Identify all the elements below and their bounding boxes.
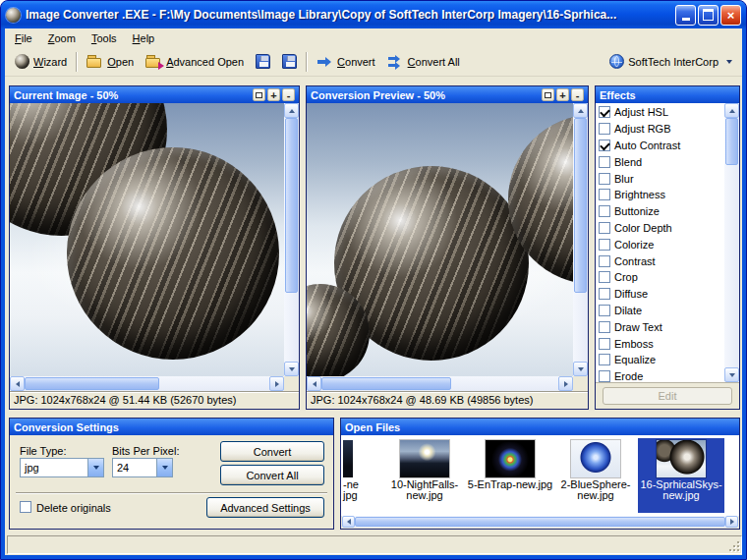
effect-item[interactable]: Brightness — [596, 187, 724, 203]
open-files-scrollbar[interactable] — [342, 516, 738, 528]
effect-checkbox[interactable] — [599, 354, 610, 365]
advanced-open-button[interactable]: Advanced Open — [140, 50, 250, 74]
scroll-right-button[interactable] — [558, 376, 573, 391]
effect-checkbox[interactable] — [599, 338, 610, 350]
effect-checkbox[interactable] — [599, 305, 610, 316]
vertical-scrollbar[interactable] — [284, 103, 299, 376]
scroll-right-button[interactable] — [269, 376, 284, 391]
open-folder-icon — [86, 54, 103, 70]
close-button[interactable]: × — [720, 5, 741, 26]
effect-item[interactable]: Blur — [596, 170, 724, 187]
scrollbar-thumb[interactable] — [25, 377, 159, 390]
scrollbar-thumb[interactable] — [321, 377, 451, 390]
effect-item[interactable]: Contrast — [596, 252, 724, 269]
convert-action-button[interactable]: Convert — [220, 441, 324, 462]
profile-dropdown[interactable]: SoftTech InterCorp — [603, 50, 738, 73]
scrollbar-thumb[interactable] — [574, 118, 587, 293]
effect-item[interactable]: Diffuse — [596, 286, 724, 303]
scroll-left-button[interactable] — [10, 376, 25, 391]
effect-checkbox[interactable] — [599, 140, 610, 151]
advanced-settings-button[interactable]: Advanced Settings — [206, 497, 324, 518]
effect-checkbox[interactable] — [599, 222, 610, 234]
effect-checkbox[interactable] — [599, 288, 610, 300]
effect-checkbox[interactable] — [599, 123, 610, 135]
convert-button[interactable]: Convert — [311, 50, 381, 74]
toolbar: Wizard Open Advanced Open Convert — [5, 47, 742, 77]
scroll-left-button[interactable] — [307, 376, 321, 391]
resize-grip[interactable] — [726, 538, 739, 551]
scroll-up-button[interactable] — [284, 103, 299, 118]
delete-originals-checkbox[interactable] — [20, 501, 31, 513]
wizard-icon — [15, 54, 29, 69]
fit-view-button[interactable] — [542, 88, 554, 101]
effect-item[interactable]: Colorize — [596, 236, 724, 252]
open-file-item[interactable]: 10-NightFalls-new.jpg — [382, 438, 467, 513]
open-files-panel: Open Files -ne jpg 10-NightFalls-new.jpg… — [340, 418, 740, 530]
open-file-item[interactable]: -ne jpg — [341, 438, 374, 513]
vertical-scrollbar[interactable] — [573, 103, 588, 376]
effect-checkbox[interactable] — [599, 321, 610, 333]
maximize-button[interactable] — [698, 5, 718, 26]
titlebar[interactable]: Image Converter .EXE - F:\My Documents\I… — [1, 1, 746, 28]
effect-item[interactable]: Draw Text — [596, 318, 724, 335]
scroll-down-button[interactable] — [284, 362, 299, 376]
effect-item[interactable]: Color Depth — [596, 220, 724, 237]
minimize-button[interactable] — [675, 5, 696, 26]
dropdown-button[interactable] — [156, 459, 172, 476]
effect-item[interactable]: Equalize — [596, 352, 724, 368]
effect-label: Emboss — [614, 338, 654, 350]
effect-checkbox[interactable] — [599, 239, 610, 251]
effect-item[interactable]: Crop — [596, 269, 724, 286]
wizard-button[interactable]: Wizard — [9, 50, 73, 73]
file-type-select[interactable]: jpg — [20, 458, 104, 477]
horizontal-scrollbar[interactable] — [10, 376, 284, 391]
fit-view-button[interactable] — [253, 88, 265, 101]
zoom-out-button[interactable]: - — [282, 88, 295, 101]
open-button[interactable]: Open — [81, 50, 140, 74]
menu-file[interactable]: File — [7, 30, 40, 46]
zoom-in-button[interactable]: + — [267, 88, 280, 101]
effect-item[interactable]: Emboss — [596, 335, 724, 352]
effect-checkbox[interactable] — [599, 370, 610, 382]
effect-checkbox[interactable] — [599, 205, 610, 217]
effect-checkbox[interactable] — [599, 189, 610, 200]
bits-per-pixel-select[interactable]: 24 — [112, 458, 173, 477]
open-file-item[interactable]: 5-EnTrap-new.jpg — [467, 438, 553, 513]
effect-item[interactable]: Adjust RGB — [596, 121, 724, 138]
effect-item[interactable]: Blend — [596, 153, 724, 170]
effect-item[interactable]: Adjust HSL — [596, 104, 724, 121]
scrollbar-thumb[interactable] — [285, 118, 298, 293]
scroll-left-button[interactable] — [342, 516, 355, 528]
effects-scrollbar[interactable] — [724, 103, 739, 382]
zoom-in-button[interactable]: + — [556, 88, 569, 101]
effect-checkbox[interactable] — [599, 173, 610, 185]
scroll-down-button[interactable] — [573, 362, 588, 376]
effect-item[interactable]: Erode — [596, 368, 724, 382]
menu-help[interactable]: Help — [125, 30, 163, 46]
menu-zoom[interactable]: Zoom — [40, 30, 84, 46]
effect-checkbox[interactable] — [599, 106, 610, 118]
scroll-right-button[interactable] — [725, 516, 738, 528]
save-all-button[interactable] — [276, 50, 303, 73]
effect-item[interactable]: Dilate — [596, 303, 724, 319]
convert-all-action-button[interactable]: Convert All — [220, 465, 324, 485]
scrollbar-thumb[interactable] — [355, 517, 725, 527]
scrollbar-thumb[interactable] — [725, 118, 738, 165]
current-image-header: Current Image - 50% + - — [10, 86, 299, 103]
scroll-up-button[interactable] — [724, 103, 739, 118]
menu-tools[interactable]: Tools — [84, 30, 125, 46]
convert-all-button[interactable]: Convert All — [381, 50, 466, 74]
effect-checkbox[interactable] — [599, 255, 610, 267]
dropdown-button[interactable] — [87, 459, 103, 476]
effect-checkbox[interactable] — [599, 271, 610, 283]
horizontal-scrollbar[interactable] — [307, 376, 573, 391]
effect-item[interactable]: Auto Contrast — [596, 138, 724, 154]
effect-checkbox[interactable] — [599, 156, 610, 168]
open-file-item[interactable]: 16-SprhicalSkys-new.jpg — [638, 438, 724, 513]
zoom-out-button[interactable]: - — [571, 88, 584, 101]
scroll-down-button[interactable] — [724, 367, 739, 382]
open-file-item[interactable]: 2-BlueSphere-new.jpg — [555, 438, 636, 513]
save-button[interactable] — [250, 50, 276, 73]
effect-item[interactable]: Buttonize — [596, 203, 724, 220]
scroll-up-button[interactable] — [573, 103, 588, 118]
